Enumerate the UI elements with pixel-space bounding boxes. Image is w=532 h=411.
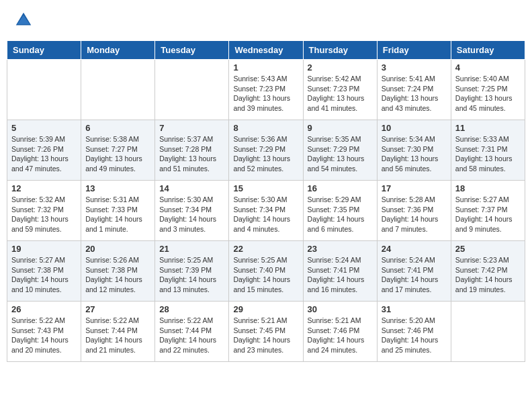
day-number: 9	[308, 123, 373, 133]
day-info: Sunrise: 5:31 AMSunset: 7:33 PMDaylight:…	[85, 195, 150, 234]
calendar-cell: 20Sunrise: 5:26 AMSunset: 7:38 PMDayligh…	[81, 241, 155, 302]
day-info: Sunrise: 5:26 AMSunset: 7:38 PMDaylight:…	[85, 255, 150, 295]
calendar-cell: 10Sunrise: 5:34 AMSunset: 7:30 PMDayligh…	[377, 120, 451, 181]
calendar-cell: 29Sunrise: 5:21 AMSunset: 7:45 PMDayligh…	[229, 302, 303, 362]
calendar-cell: 13Sunrise: 5:31 AMSunset: 7:33 PMDayligh…	[81, 181, 155, 241]
calendar-week-3: 12Sunrise: 5:32 AMSunset: 7:32 PMDayligh…	[7, 181, 525, 241]
calendar-cell: 3Sunrise: 5:41 AMSunset: 7:24 PMDaylight…	[377, 60, 451, 120]
calendar-cell: 19Sunrise: 5:27 AMSunset: 7:38 PMDayligh…	[7, 241, 81, 302]
day-number: 11	[455, 123, 521, 133]
day-info: Sunrise: 5:33 AMSunset: 7:31 PMDaylight:…	[455, 134, 521, 174]
weekday-header-friday: Friday	[377, 41, 451, 60]
calendar-cell	[81, 60, 155, 120]
calendar-cell: 31Sunrise: 5:20 AMSunset: 7:46 PMDayligh…	[377, 302, 451, 362]
calendar-cell: 5Sunrise: 5:39 AMSunset: 7:26 PMDaylight…	[7, 120, 81, 181]
day-number: 3	[382, 62, 447, 73]
day-number: 2	[308, 62, 373, 73]
calendar-cell: 24Sunrise: 5:24 AMSunset: 7:41 PMDayligh…	[377, 241, 451, 302]
day-number: 1	[233, 62, 298, 73]
day-number: 4	[455, 62, 521, 73]
day-number: 25	[455, 244, 521, 254]
day-number: 29	[233, 304, 298, 314]
day-info: Sunrise: 5:41 AMSunset: 7:24 PMDaylight:…	[382, 74, 447, 113]
calendar-cell: 14Sunrise: 5:30 AMSunset: 7:34 PMDayligh…	[155, 181, 229, 241]
day-number: 31	[382, 304, 447, 314]
weekday-header-monday: Monday	[81, 41, 155, 60]
day-number: 16	[308, 183, 373, 193]
day-info: Sunrise: 5:35 AMSunset: 7:29 PMDaylight:…	[308, 134, 373, 174]
day-info: Sunrise: 5:22 AMSunset: 7:44 PMDaylight:…	[85, 316, 150, 355]
day-info: Sunrise: 5:30 AMSunset: 7:34 PMDaylight:…	[159, 195, 224, 234]
day-info: Sunrise: 5:28 AMSunset: 7:36 PMDaylight:…	[382, 195, 447, 234]
calendar-cell: 2Sunrise: 5:42 AMSunset: 7:23 PMDaylight…	[303, 60, 377, 120]
calendar-cell: 6Sunrise: 5:38 AMSunset: 7:27 PMDaylight…	[81, 120, 155, 181]
day-number: 23	[308, 244, 373, 254]
day-info: Sunrise: 5:21 AMSunset: 7:46 PMDaylight:…	[308, 316, 373, 355]
calendar-week-2: 5Sunrise: 5:39 AMSunset: 7:26 PMDaylight…	[7, 120, 525, 181]
day-number: 15	[233, 183, 298, 193]
day-info: Sunrise: 5:22 AMSunset: 7:43 PMDaylight:…	[11, 316, 77, 355]
calendar-cell: 15Sunrise: 5:30 AMSunset: 7:34 PMDayligh…	[229, 181, 303, 241]
day-info: Sunrise: 5:27 AMSunset: 7:37 PMDaylight:…	[455, 195, 521, 234]
weekday-header-saturday: Saturday	[451, 41, 525, 60]
calendar-cell: 26Sunrise: 5:22 AMSunset: 7:43 PMDayligh…	[7, 302, 81, 362]
day-info: Sunrise: 5:25 AMSunset: 7:39 PMDaylight:…	[159, 255, 224, 295]
day-info: Sunrise: 5:29 AMSunset: 7:35 PMDaylight:…	[308, 195, 373, 234]
calendar-cell: 16Sunrise: 5:29 AMSunset: 7:35 PMDayligh…	[303, 181, 377, 241]
day-info: Sunrise: 5:38 AMSunset: 7:27 PMDaylight:…	[85, 134, 150, 174]
day-number: 19	[11, 244, 77, 254]
weekday-header-row: SundayMondayTuesdayWednesdayThursdayFrid…	[7, 41, 525, 60]
calendar-cell: 11Sunrise: 5:33 AMSunset: 7:31 PMDayligh…	[451, 120, 525, 181]
day-number: 8	[233, 123, 298, 133]
calendar-cell	[155, 60, 229, 120]
day-number: 14	[159, 183, 224, 193]
logo	[13, 10, 36, 30]
day-info: Sunrise: 5:27 AMSunset: 7:38 PMDaylight:…	[11, 255, 77, 295]
calendar-week-1: 1Sunrise: 5:43 AMSunset: 7:23 PMDaylight…	[7, 60, 525, 120]
calendar-cell: 7Sunrise: 5:37 AMSunset: 7:28 PMDaylight…	[155, 120, 229, 181]
day-number: 27	[85, 304, 150, 314]
calendar-cell: 8Sunrise: 5:36 AMSunset: 7:29 PMDaylight…	[229, 120, 303, 181]
day-number: 5	[11, 123, 77, 133]
day-number: 20	[85, 244, 150, 254]
day-number: 28	[159, 304, 224, 314]
calendar-cell: 28Sunrise: 5:22 AMSunset: 7:44 PMDayligh…	[155, 302, 229, 362]
day-info: Sunrise: 5:42 AMSunset: 7:23 PMDaylight:…	[308, 74, 373, 113]
calendar-cell: 23Sunrise: 5:24 AMSunset: 7:41 PMDayligh…	[303, 241, 377, 302]
weekday-header-thursday: Thursday	[303, 41, 377, 60]
day-info: Sunrise: 5:39 AMSunset: 7:26 PMDaylight:…	[11, 134, 77, 174]
day-info: Sunrise: 5:24 AMSunset: 7:41 PMDaylight:…	[308, 255, 373, 295]
weekday-header-sunday: Sunday	[7, 41, 81, 60]
day-number: 13	[85, 183, 150, 193]
calendar-cell: 21Sunrise: 5:25 AMSunset: 7:39 PMDayligh…	[155, 241, 229, 302]
day-info: Sunrise: 5:21 AMSunset: 7:45 PMDaylight:…	[233, 316, 298, 355]
calendar-cell: 18Sunrise: 5:27 AMSunset: 7:37 PMDayligh…	[451, 181, 525, 241]
day-info: Sunrise: 5:40 AMSunset: 7:25 PMDaylight:…	[455, 74, 521, 113]
day-number: 24	[382, 244, 447, 254]
calendar-cell	[451, 302, 525, 362]
day-number: 26	[11, 304, 77, 314]
day-number: 17	[382, 183, 447, 193]
day-number: 6	[85, 123, 150, 133]
calendar-cell: 4Sunrise: 5:40 AMSunset: 7:25 PMDaylight…	[451, 60, 525, 120]
day-number: 18	[455, 183, 521, 193]
day-info: Sunrise: 5:43 AMSunset: 7:23 PMDaylight:…	[233, 74, 298, 113]
day-info: Sunrise: 5:37 AMSunset: 7:28 PMDaylight:…	[159, 134, 224, 174]
day-number: 12	[11, 183, 77, 193]
day-info: Sunrise: 5:23 AMSunset: 7:42 PMDaylight:…	[455, 255, 521, 295]
day-info: Sunrise: 5:22 AMSunset: 7:44 PMDaylight:…	[159, 316, 224, 355]
day-number: 30	[308, 304, 373, 314]
weekday-header-wednesday: Wednesday	[229, 41, 303, 60]
day-number: 10	[382, 123, 447, 133]
calendar-cell: 30Sunrise: 5:21 AMSunset: 7:46 PMDayligh…	[303, 302, 377, 362]
calendar-cell: 1Sunrise: 5:43 AMSunset: 7:23 PMDaylight…	[229, 60, 303, 120]
logo-icon	[13, 10, 34, 30]
day-info: Sunrise: 5:25 AMSunset: 7:40 PMDaylight:…	[233, 255, 298, 295]
calendar-cell: 17Sunrise: 5:28 AMSunset: 7:36 PMDayligh…	[377, 181, 451, 241]
day-info: Sunrise: 5:32 AMSunset: 7:32 PMDaylight:…	[11, 195, 77, 234]
header	[7, 7, 525, 34]
day-number: 7	[159, 123, 224, 133]
day-info: Sunrise: 5:34 AMSunset: 7:30 PMDaylight:…	[382, 134, 447, 174]
day-info: Sunrise: 5:20 AMSunset: 7:46 PMDaylight:…	[382, 316, 447, 355]
calendar-cell: 27Sunrise: 5:22 AMSunset: 7:44 PMDayligh…	[81, 302, 155, 362]
